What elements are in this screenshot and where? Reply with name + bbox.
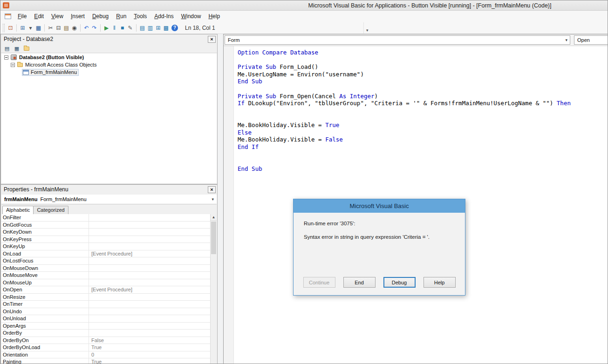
paste-icon[interactable]: ▤ [62, 24, 70, 32]
property-name: OnMouseUp [1, 279, 89, 286]
property-value[interactable]: True [89, 358, 210, 364]
view-code-button[interactable]: ▤ [3, 45, 11, 52]
collapse-icon[interactable] [4, 55, 8, 60]
find-icon[interactable]: ◉ [70, 24, 78, 32]
property-value[interactable] [89, 301, 210, 308]
property-value[interactable] [89, 257, 210, 264]
view-microsoft-access-icon[interactable]: ⊡ [7, 24, 14, 32]
property-value[interactable] [89, 330, 210, 337]
run-icon[interactable]: ▶ [102, 24, 110, 32]
insert-userform-icon[interactable]: ⊞ [19, 24, 27, 32]
error-dialog: Microsoft Visual Basic Run-time error '3… [293, 199, 465, 296]
insert-dropdown-icon[interactable]: ▾ [27, 24, 34, 32]
property-row[interactable]: OrderByOnLoadTrue [1, 344, 210, 351]
property-row[interactable]: OnUnload [1, 315, 210, 323]
copy-icon[interactable]: ⊟ [55, 24, 62, 32]
menu-item-window[interactable]: Window [178, 11, 205, 21]
properties-close-button[interactable]: × [208, 186, 216, 193]
toolbar-overflow-chevron-icon[interactable]: ▾ [363, 22, 371, 34]
menu-item-insert[interactable]: Insert [67, 11, 89, 21]
property-value[interactable] [89, 294, 210, 301]
menu-item-debug[interactable]: Debug [89, 11, 112, 21]
tree-item-form-frmmainmenu[interactable]: Form_frmMainMenu [1, 68, 217, 76]
undo-icon[interactable]: ↶ [82, 24, 90, 32]
properties-object-dropdown[interactable]: frmMainMenu Form_frmMainMenu ▾ [1, 195, 217, 204]
procedure-dropdown[interactable]: Open ▾ [574, 35, 608, 45]
property-value[interactable]: False [89, 337, 210, 344]
property-row[interactable]: OnTimer [1, 301, 210, 308]
property-row[interactable]: OnMouseUp [1, 279, 210, 287]
help-icon[interactable]: ? [171, 25, 178, 31]
property-row[interactable]: OnUndo [1, 308, 210, 316]
tab-categorized[interactable]: Categorized [33, 206, 68, 214]
project-close-button[interactable]: × [208, 36, 216, 43]
property-value[interactable] [89, 315, 210, 322]
property-row[interactable]: OnMouseDown [1, 265, 210, 272]
dialog-debug-button[interactable]: Debug [383, 277, 416, 288]
toolbar-grip[interactable] [3, 24, 5, 32]
save-icon[interactable]: ▦ [34, 24, 42, 32]
property-value[interactable] [89, 229, 210, 236]
property-value[interactable] [89, 308, 210, 315]
child-window-icon[interactable] [5, 13, 11, 19]
property-row[interactable]: OnOpen[Event Procedure] [1, 286, 210, 294]
object-dropdown[interactable]: Form ▾ [225, 35, 570, 45]
property-row[interactable]: OnGotFocus [1, 222, 210, 229]
toggle-folders-button[interactable] [22, 45, 31, 52]
property-value[interactable] [89, 236, 210, 243]
property-row[interactable]: Orientation0 [1, 351, 210, 359]
property-row[interactable]: OnKeyUp [1, 243, 210, 250]
menu-item-view[interactable]: View [48, 11, 67, 21]
property-value[interactable] [89, 243, 210, 250]
menu-item-run[interactable]: Run [112, 11, 130, 21]
property-row[interactable]: OpenArgs [1, 323, 210, 330]
selected-tree-item[interactable]: Form_frmMainMenu [22, 69, 79, 76]
cut-icon[interactable]: ✂ [47, 24, 55, 32]
property-row[interactable]: OnLostFocus [1, 257, 210, 265]
dialog-title-bar[interactable]: Microsoft Visual Basic [294, 199, 465, 213]
collapse-icon[interactable] [11, 63, 15, 67]
property-value[interactable]: True [89, 344, 210, 351]
property-row[interactable]: OnKeyDown [1, 229, 210, 236]
property-row[interactable]: OnResize [1, 294, 210, 301]
properties-scrollbar[interactable]: ▲ [210, 214, 217, 364]
property-value[interactable] [89, 222, 210, 229]
property-value[interactable] [89, 323, 210, 330]
dialog-end-button[interactable]: End [343, 277, 376, 288]
menu-item-help[interactable]: Help [205, 11, 224, 21]
view-object-button[interactable]: ▦ [13, 45, 21, 52]
menu-item-file[interactable]: File [14, 11, 30, 21]
menu-item-addins[interactable]: Add-Ins [150, 11, 177, 21]
menu-item-tools[interactable]: Tools [130, 11, 150, 21]
property-row[interactable]: OnKeyPress [1, 236, 210, 243]
project-explorer-icon[interactable]: ▤ [138, 24, 146, 32]
object-browser-icon[interactable]: ⊞ [154, 24, 162, 32]
tab-alphabetic[interactable]: Alphabetic [2, 206, 34, 214]
tree-item-database2[interactable]: Database2 (Button Visible) [1, 54, 217, 61]
property-value[interactable] [89, 272, 210, 279]
redo-icon[interactable]: ↷ [90, 24, 98, 32]
property-row[interactable]: OnLoad[Event Procedure] [1, 250, 210, 258]
break-icon[interactable]: ‖ [110, 24, 118, 32]
property-value[interactable] [89, 279, 210, 286]
property-value[interactable]: [Event Procedure] [89, 250, 210, 257]
property-value[interactable] [89, 214, 210, 221]
design-mode-icon[interactable]: ✎ [126, 24, 134, 32]
properties-window-icon[interactable]: ▥ [146, 24, 154, 32]
property-row[interactable]: OnMouseMove [1, 272, 210, 279]
property-value[interactable] [89, 265, 210, 272]
scroll-up-icon[interactable]: ▲ [211, 214, 217, 221]
toolbox-icon[interactable]: ▩ [162, 24, 170, 32]
menu-item-edit[interactable]: Edit [30, 11, 48, 21]
property-row[interactable]: PaintingTrue [1, 358, 210, 364]
property-value[interactable]: [Event Procedure] [89, 286, 210, 293]
tree-item-class-objects[interactable]: Microsoft Access Class Objects [1, 61, 217, 68]
dialog-help-button[interactable]: Help [424, 277, 456, 288]
property-value[interactable]: 0 [89, 351, 210, 358]
property-row[interactable]: OrderBy [1, 330, 210, 337]
property-row[interactable]: OrderByOnFalse [1, 337, 210, 344]
code-margin-bar[interactable] [224, 46, 234, 364]
scrollbar-thumb[interactable] [211, 222, 216, 254]
property-row[interactable]: OnFilter [1, 214, 210, 222]
reset-icon[interactable]: ■ [118, 24, 126, 32]
